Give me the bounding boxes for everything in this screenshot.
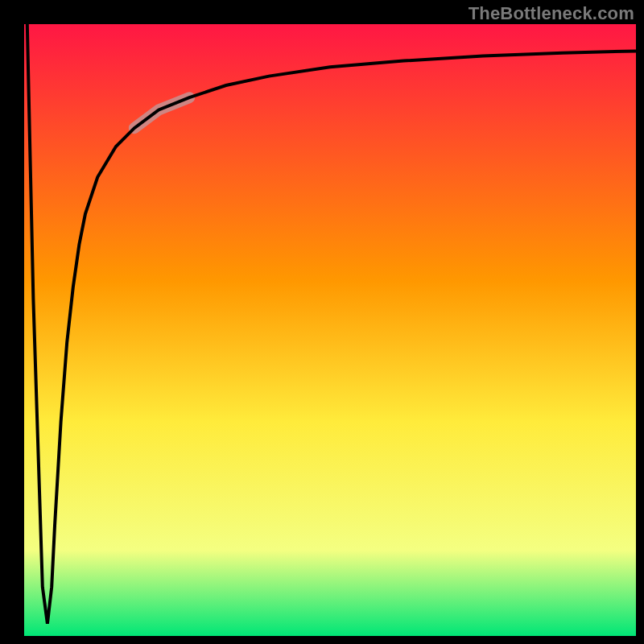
gradient-background [24,24,636,636]
chart-stage: TheBottleneck.com [0,0,644,644]
chart-svg [24,24,636,636]
watermark-label: TheBottleneck.com [469,3,634,24]
plot-area [24,24,636,636]
